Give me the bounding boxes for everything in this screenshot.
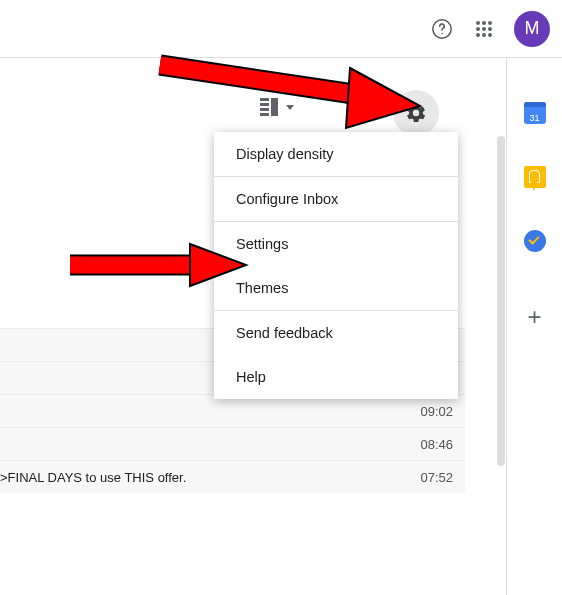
svg-point-1 xyxy=(441,32,442,33)
svg-point-7 xyxy=(488,27,492,31)
email-row[interactable]: 08:46 xyxy=(0,427,465,460)
menu-item-themes[interactable]: Themes xyxy=(214,266,458,310)
svg-rect-13 xyxy=(260,108,269,111)
svg-point-5 xyxy=(476,27,480,31)
help-icon[interactable] xyxy=(430,17,454,41)
menu-item-help[interactable]: Help xyxy=(214,355,458,399)
add-addon-button[interactable]: + xyxy=(523,306,547,330)
svg-point-3 xyxy=(482,21,486,25)
avatar[interactable]: M xyxy=(514,11,550,47)
menu-item-configure-inbox[interactable]: Configure Inbox xyxy=(214,177,458,221)
svg-rect-14 xyxy=(260,113,269,116)
svg-rect-15 xyxy=(271,98,278,116)
scrollbar[interactable] xyxy=(497,136,505,466)
tasks-app-icon[interactable] xyxy=(524,230,546,252)
menu-item-send-feedback[interactable]: Send feedback xyxy=(214,311,458,355)
side-panel: + xyxy=(506,58,562,595)
toolbar xyxy=(260,98,294,116)
svg-point-10 xyxy=(488,33,492,37)
gear-button[interactable] xyxy=(393,90,439,136)
svg-rect-12 xyxy=(260,103,269,106)
gear-icon xyxy=(405,102,427,124)
apps-icon[interactable] xyxy=(472,17,496,41)
email-time: 08:46 xyxy=(420,437,453,452)
svg-rect-11 xyxy=(260,98,269,101)
email-row[interactable]: >FINAL DAYS to use THIS offer. 07:52 xyxy=(0,460,465,493)
content-area: Display density Configure Inbox Settings… xyxy=(0,58,562,595)
top-bar: M xyxy=(0,0,562,58)
svg-point-9 xyxy=(482,33,486,37)
email-snippet: >FINAL DAYS to use THIS offer. xyxy=(0,470,186,485)
menu-item-display-density[interactable]: Display density xyxy=(214,132,458,176)
svg-point-8 xyxy=(476,33,480,37)
email-time: 07:52 xyxy=(420,470,453,485)
email-time: 09:02 xyxy=(420,404,453,419)
svg-point-6 xyxy=(482,27,486,31)
svg-point-4 xyxy=(488,21,492,25)
menu-item-settings[interactable]: Settings xyxy=(214,222,458,266)
settings-menu: Display density Configure Inbox Settings… xyxy=(214,132,458,399)
calendar-app-icon[interactable] xyxy=(524,102,546,124)
split-pane-button[interactable] xyxy=(260,98,294,116)
keep-app-icon[interactable] xyxy=(524,166,546,188)
svg-point-2 xyxy=(476,21,480,25)
